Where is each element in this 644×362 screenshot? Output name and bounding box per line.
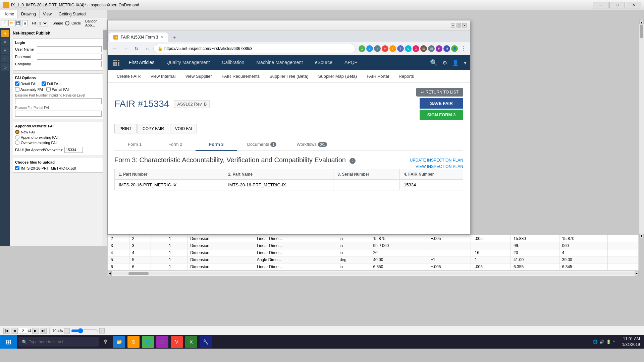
tab-view[interactable]: View (40, 10, 55, 18)
copy-fair-button[interactable]: COPY FAIR (138, 124, 169, 133)
taskbar-icon-app5[interactable]: V (171, 336, 183, 348)
nav-tab-calibration[interactable]: Calibration (216, 55, 250, 70)
sub-nav-fair-portal[interactable]: FAIR Portal (363, 70, 393, 83)
zoom-in-btn[interactable]: + (99, 328, 105, 334)
sub-nav-create-fair[interactable]: Create FAIR (113, 70, 145, 83)
scroll-up-btn[interactable]: ▲ (639, 20, 644, 24)
show-hidden-icon[interactable]: ^ (613, 340, 614, 344)
taskbar-icon-app2[interactable]: S (127, 336, 140, 348)
sign-form-3-button[interactable]: SIGN FORM 3 (420, 110, 463, 120)
ext-icon-4[interactable]: A (382, 45, 388, 52)
ext-icon-10[interactable]: ▥ (428, 45, 435, 52)
taskbar-search-input[interactable] (29, 340, 93, 344)
view-inspection-plan-link[interactable]: VIEW INSPECTION PLAN (410, 164, 463, 169)
new-tab-btn[interactable]: + (169, 34, 179, 42)
ext-icon-3[interactable]: ↑ (374, 45, 381, 52)
sub-nav-view-supplier[interactable]: View Supplier (181, 70, 216, 83)
user-avatar[interactable]: 👤 (451, 45, 458, 52)
overwrite-fai-radio[interactable] (15, 140, 19, 145)
taskbar-icon-app7[interactable]: 🔧 (200, 336, 212, 348)
full-fai-checkbox[interactable] (42, 81, 46, 86)
taskbar-search[interactable]: 🔍 (18, 337, 99, 347)
refresh-button[interactable]: ↻ (132, 44, 141, 53)
taskbar-clock[interactable]: 11:01 AM 1/31/2019 (618, 336, 644, 348)
home-button[interactable]: ⌂ (143, 44, 152, 53)
tab-drawing[interactable]: Drawing (18, 10, 40, 18)
update-inspection-plan-link[interactable]: UPDATE INSPECTION PLAN (410, 158, 463, 163)
page-prev-btn[interactable]: ◀ (11, 328, 18, 334)
partial-fai-checkbox[interactable] (46, 87, 51, 92)
panel-scrollbar[interactable] (103, 28, 107, 246)
tray-icon-1[interactable]: 🌐 (593, 340, 598, 344)
append-fai-radio[interactable] (15, 135, 19, 139)
browser-close-btn[interactable]: ✕ (462, 23, 467, 27)
close-button[interactable]: ✕ (626, 2, 641, 8)
taskbar-mic-icon[interactable]: 🎙 (101, 336, 111, 348)
sub-nav-fair-requirements[interactable]: FAIR Requirements (218, 70, 264, 83)
partial-fai-checkbox-label[interactable]: Partial FAI (46, 87, 69, 92)
void-fai-button[interactable]: VOID FAI (170, 124, 197, 133)
browser-maximize-btn[interactable]: □ (457, 23, 461, 27)
sub-nav-reports[interactable]: Reports (395, 70, 418, 83)
forward-button[interactable]: → (121, 44, 130, 53)
taskbar-icon-explorer[interactable]: 📁 (113, 336, 125, 348)
page-last-btn[interactable]: ▶| (40, 328, 47, 334)
ext-icon-6[interactable]: i (397, 45, 404, 52)
chevron-down-icon[interactable]: ▾ (464, 60, 467, 66)
settings-icon[interactable]: ⚙ (442, 60, 447, 66)
form-tab-1[interactable]: Form 1 (114, 138, 155, 151)
user-icon[interactable]: 👤 (452, 60, 459, 66)
address-bar[interactable]: 🔒 (153, 44, 356, 53)
assembly-fai-checkbox-label[interactable]: Assembly FAI (15, 87, 43, 92)
maximize-button[interactable]: □ (609, 2, 625, 8)
nav-tab-first-articles[interactable]: First Articles (123, 55, 160, 70)
page-number-input[interactable] (19, 328, 27, 334)
tray-icon-3[interactable]: 🔋 (606, 340, 611, 344)
minimize-button[interactable]: ─ (593, 2, 608, 8)
form-tab-workflows[interactable]: Workflows 0/1 (286, 138, 337, 151)
ext-icon-8[interactable]: O (413, 45, 419, 52)
ext-icon-7[interactable]: c (405, 45, 412, 52)
nav-tab-machine-management[interactable]: Machine Management (250, 55, 309, 70)
tool-save[interactable]: 💾 (15, 20, 21, 26)
tab-home[interactable]: Home (0, 10, 18, 18)
ext-icon-2[interactable]: ↓ (366, 45, 373, 52)
browser-tab-active[interactable]: ni FAIR #15334 Form 3 ✕ (109, 33, 168, 42)
taskbar-icon-excel[interactable]: X (185, 336, 197, 348)
detail-fai-checkbox[interactable] (15, 81, 19, 86)
ext-icon-5[interactable]: ! (389, 45, 396, 52)
fit-select[interactable]: 3 (38, 20, 48, 26)
sidebar-icon-2[interactable]: A (1, 47, 9, 54)
page-next-btn[interactable]: ▶ (32, 328, 39, 334)
append-fai-radio-label[interactable]: Append to existing FAI (15, 135, 102, 139)
url-input[interactable] (164, 46, 351, 51)
company-input[interactable] (37, 61, 102, 67)
help-icon[interactable]: ? (350, 158, 356, 164)
sub-nav-view-internal[interactable]: View Internal (147, 70, 180, 83)
upload-file-checkbox[interactable] (15, 166, 19, 170)
new-fai-radio-label[interactable]: New FAI (15, 130, 102, 134)
zoom-slider[interactable] (71, 328, 98, 334)
sidebar-icon-3[interactable]: ◻ (1, 55, 9, 62)
start-button[interactable]: ⊞ (0, 335, 17, 349)
search-icon[interactable]: 🔍 (430, 59, 437, 66)
taskbar-icon-app4[interactable]: 🎵 (156, 336, 168, 348)
zoom-out-btn[interactable]: − (64, 328, 69, 334)
full-fai-checkbox-label[interactable]: Full FAI (42, 81, 59, 86)
overwrite-fai-radio-label[interactable]: Overwrite existing FAI (15, 140, 102, 145)
tool-new[interactable]: 📄 (2, 20, 7, 26)
return-to-list-button[interactable]: ↩ RETURN TO LIST (416, 88, 463, 97)
scroll-down-btn[interactable]: ▼ (639, 234, 644, 238)
page-first-btn[interactable]: |◀ (3, 328, 10, 334)
form-tab-documents[interactable]: Documents 1 (237, 138, 287, 151)
sidebar-icon-1[interactable]: A (1, 38, 9, 46)
sidebar-icon-4[interactable]: ◯ (1, 63, 9, 71)
ext-icon-9[interactable]: ▤ (420, 45, 427, 52)
menu-button[interactable]: ⋮ (459, 45, 467, 53)
print-button[interactable]: PRINT (114, 124, 137, 133)
tool-print[interactable]: 🖨 (22, 20, 28, 26)
ext-icon-11[interactable]: P (436, 45, 442, 52)
sub-nav-supplier-tree[interactable]: Supplier Tree (Beta) (265, 70, 312, 83)
assembly-fai-checkbox[interactable] (15, 87, 19, 92)
ext-icon-12[interactable]: M (443, 45, 450, 52)
